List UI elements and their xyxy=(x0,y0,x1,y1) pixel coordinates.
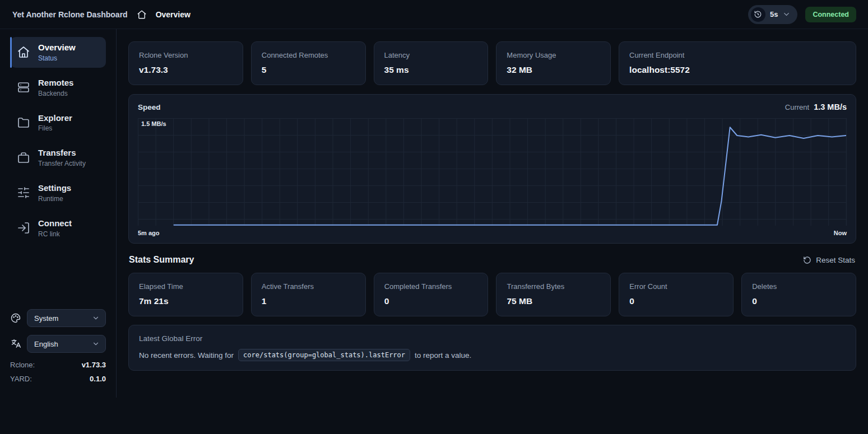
sidebar-item-sublabel: Status xyxy=(38,54,76,62)
card-value: 75 MB xyxy=(507,296,600,306)
language-select[interactable]: English xyxy=(27,335,106,353)
sliders-icon xyxy=(17,186,30,199)
theme-select[interactable]: System xyxy=(27,309,106,327)
sidebar-item-label: Connect xyxy=(38,218,72,229)
rotate-ccw-icon xyxy=(803,256,811,264)
speed-panel: Speed Current 1.3 MB/s 1.5 MB/s 5m ago N… xyxy=(128,94,856,244)
summary-card-error-count: Error Count 0 xyxy=(619,273,734,316)
card-label: Current Endpoint xyxy=(629,51,846,59)
speed-current-value: 1.3 MB/s xyxy=(814,102,847,111)
login-icon xyxy=(17,221,30,235)
card-label: Deletes xyxy=(752,282,846,291)
card-label: Rclone Version xyxy=(139,51,233,59)
sidebar-item-text: Connect RC link xyxy=(38,218,72,238)
rclone-version-row: Rclone: v1.73.3 xyxy=(10,361,106,369)
speed-current-label: Current xyxy=(785,103,809,111)
sidebar-item-settings[interactable]: Settings Runtime xyxy=(10,178,106,208)
language-select-row: English xyxy=(10,335,106,353)
card-value: 5 xyxy=(262,65,355,75)
card-value: 32 MB xyxy=(507,65,600,75)
connection-status-badge: Connected xyxy=(805,7,856,22)
card-value: 0 xyxy=(384,296,478,306)
card-label: Active Transfers xyxy=(262,282,355,291)
error-panel-body: No recent errors. Waiting for core/stats… xyxy=(139,349,846,361)
server-icon xyxy=(17,81,30,94)
sidebar-item-sublabel: Runtime xyxy=(38,195,71,203)
sidebar-bottom: System English xyxy=(10,309,106,389)
yard-version-value: 0.1.0 xyxy=(90,375,106,383)
reset-stats-label: Reset Stats xyxy=(816,256,855,264)
refresh-interval-value: 5s xyxy=(770,10,778,18)
status-cards-row: Rclone Version v1.73.3 Connected Remotes… xyxy=(128,41,856,85)
translate-icon xyxy=(10,338,21,349)
chevron-down-icon xyxy=(92,340,100,348)
card-label: Elapsed Time xyxy=(139,282,233,291)
card-value: localhost:5572 xyxy=(629,65,846,75)
summary-card-transferred-bytes: Transferred Bytes 75 MB xyxy=(496,273,611,316)
sidebar-item-text: Overview Status xyxy=(38,43,76,62)
home-icon xyxy=(17,45,30,59)
yard-version-label: YARD: xyxy=(10,375,32,383)
stats-summary-header: Stats Summary Reset Stats xyxy=(129,255,855,265)
sidebar-item-transfers[interactable]: Transfers Transfer Activity xyxy=(10,142,106,173)
chevron-down-icon xyxy=(92,314,100,322)
sidebar-item-label: Overview xyxy=(38,43,76,53)
speed-line xyxy=(174,127,846,225)
sidebar-item-text: Transfers Transfer Activity xyxy=(38,148,86,167)
summary-card-elapsed-time: Elapsed Time 7m 21s xyxy=(128,273,243,316)
sidebar-item-label: Explorer xyxy=(38,113,72,124)
rclone-version-value: v1.73.3 xyxy=(82,361,106,369)
card-value: 0 xyxy=(752,296,846,306)
sidebar-item-connect[interactable]: Connect RC link xyxy=(10,213,106,244)
topbar-right: 5s Connected xyxy=(748,5,856,24)
sidebar-item-label: Remotes xyxy=(38,78,73,88)
chart-x-start-label: 5m ago xyxy=(138,230,160,236)
card-value: 1 xyxy=(262,296,355,306)
palette-icon xyxy=(10,312,21,324)
error-panel-title: Latest Global Error xyxy=(139,334,846,343)
card-label: Memory Usage xyxy=(507,51,600,59)
summary-card-active-transfers: Active Transfers 1 xyxy=(251,273,366,316)
sidebar-item-text: Settings Runtime xyxy=(38,183,71,203)
status-card-memory-usage: Memory Usage 32 MB xyxy=(496,41,611,85)
topbar-left: Yet Another Rclone Dashboard Overview xyxy=(12,10,191,20)
speed-chart-svg xyxy=(138,118,846,226)
history-icon xyxy=(751,7,765,22)
app-title: Yet Another Rclone Dashboard xyxy=(12,10,128,19)
app-root: Yet Another Rclone Dashboard Overview 5s… xyxy=(0,0,868,434)
status-card-latency: Latency 35 ms xyxy=(374,41,489,85)
version-info: Rclone: v1.73.3 YARD: 0.1.0 xyxy=(10,361,106,383)
sidebar-item-label: Transfers xyxy=(38,148,86,158)
refresh-interval-dropdown[interactable]: 5s xyxy=(748,5,797,24)
stats-summary-title: Stats Summary xyxy=(129,255,194,265)
language-select-value: English xyxy=(34,340,58,348)
reset-stats-button[interactable]: Reset Stats xyxy=(803,256,855,264)
card-label: Latency xyxy=(384,51,478,59)
summary-card-completed-transfers: Completed Transfers 0 xyxy=(374,273,489,316)
chevron-down-icon xyxy=(782,10,791,18)
theme-select-row: System xyxy=(10,309,106,327)
card-value: v1.73.3 xyxy=(139,65,233,75)
main-content: Rclone Version v1.73.3 Connected Remotes… xyxy=(117,29,868,434)
error-text-after: to report a value. xyxy=(415,351,471,360)
status-card-current-endpoint: Current Endpoint localhost:5572 xyxy=(619,41,856,85)
theme-select-value: System xyxy=(34,314,58,323)
sidebar-item-explorer[interactable]: Explorer Files xyxy=(10,108,106,138)
error-code-chip: core/stats(group=global_stats).lastError xyxy=(238,349,410,361)
sidebar-item-overview[interactable]: Overview Status xyxy=(10,37,106,68)
speed-current: Current 1.3 MB/s xyxy=(785,102,847,111)
sidebar-item-remotes[interactable]: Remotes Backends xyxy=(10,72,106,103)
latest-global-error-panel: Latest Global Error No recent errors. Wa… xyxy=(128,325,856,371)
sidebar-item-text: Explorer Files xyxy=(38,113,72,133)
folder-icon xyxy=(17,116,30,129)
body-split: Overview Status Remotes Backends Exp xyxy=(0,29,868,434)
card-label: Error Count xyxy=(629,282,723,291)
sidebar: Overview Status Remotes Backends Exp xyxy=(0,29,117,398)
sidebar-item-text: Remotes Backends xyxy=(38,78,73,97)
topbar: Yet Another Rclone Dashboard Overview 5s… xyxy=(0,0,868,29)
summary-card-deletes: Deletes 0 xyxy=(741,273,856,316)
chart-x-end-label: Now xyxy=(834,230,847,236)
card-label: Connected Remotes xyxy=(262,51,355,59)
sidebar-item-label: Settings xyxy=(38,183,71,194)
sidebar-item-sublabel: RC link xyxy=(38,230,72,238)
